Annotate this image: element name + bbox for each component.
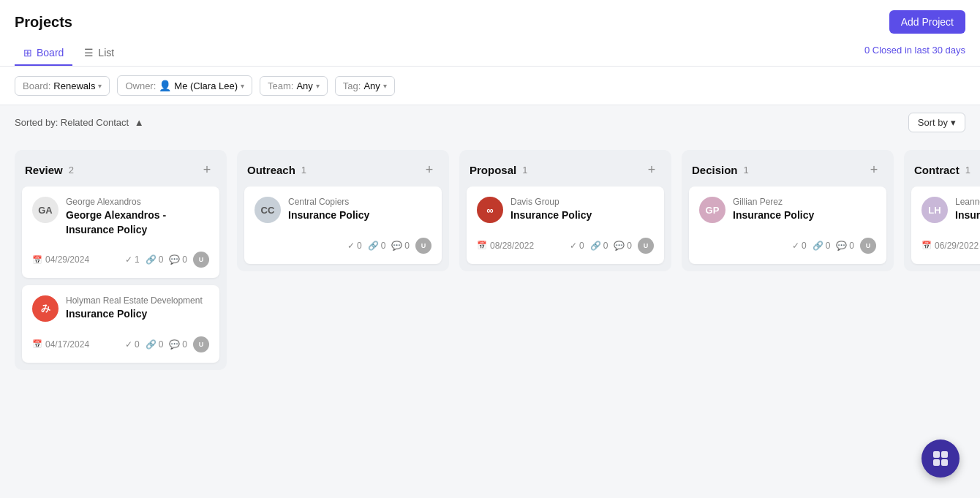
links-stat: 🔗0 [590, 241, 608, 251]
column-decision: Decision 1 + GP Gillian Perez Insurance … [682, 150, 894, 271]
check-icon: ✓ [125, 339, 132, 350]
column-review: Review 2 + GA George Alexandros George A… [15, 150, 227, 370]
column-title: Decision [692, 164, 738, 176]
card-card2[interactable]: み Holyman Real Estate Development Insura… [22, 285, 219, 363]
board-icon: ⊞ [23, 47, 32, 59]
card-card5[interactable]: GP Gillian Perez Insurance Policy ✓0 🔗0 [689, 186, 886, 264]
check-icon: ✓ [570, 241, 577, 251]
comment-icon: 💬 [614, 241, 625, 251]
card-avatar: GA [32, 197, 59, 223]
list-icon: ☰ [84, 47, 94, 59]
card-company: Gillian Perez [733, 197, 876, 207]
card-stats: ✓0 🔗0 💬0 U [347, 238, 431, 254]
card-company: Davis Group [510, 197, 654, 207]
card-date: 📅06/29/2022 [921, 241, 979, 251]
sort-row: Sorted by: Related Contact ▲ Sort by ▾ [0, 105, 980, 140]
chevron-down-icon: ▾ [316, 82, 320, 90]
comment-icon: 💬 [391, 241, 402, 251]
column-proposal: Proposal 1 + ∞ Davis Group Insurance Pol… [459, 150, 671, 271]
tab-list[interactable]: ☰ List [75, 41, 123, 66]
card-avatar: ∞ [477, 197, 503, 223]
tasks-stat: ✓0 [570, 241, 584, 251]
column-contract: Contract 1 + LH Leanne Har... Insurance.… [904, 150, 980, 271]
filter-board[interactable]: Board: Renewals ▾ [15, 76, 110, 96]
comments-stat: 💬0 [614, 241, 632, 251]
chevron-down-icon: ▾ [241, 82, 244, 90]
card-title: Insurance... [955, 208, 980, 223]
card-avatar: GP [699, 197, 725, 223]
card-title: George Alexandros - Insurance Policy [66, 208, 209, 237]
column-count: 1 [301, 165, 306, 176]
tasks-stat: ✓0 [792, 241, 807, 251]
card-avatar: み [32, 295, 59, 322]
card-date: 📅08/28/2022 [477, 241, 534, 251]
chevron-down-icon: ▾ [383, 82, 387, 90]
owner-avatar-icon: 👤 [159, 80, 171, 91]
tab-board[interactable]: ⊞ Board [15, 41, 72, 66]
check-icon: ✓ [347, 241, 355, 251]
filter-owner[interactable]: Owner: 👤 Me (Clara Lee) ▾ [117, 75, 252, 96]
calendar-icon: 📅 [32, 255, 42, 265]
links-stat: 🔗0 [146, 254, 164, 265]
card-avatar: LH [921, 197, 948, 223]
board-container: Review 2 + GA George Alexandros George A… [0, 140, 980, 380]
column-add-button[interactable]: + [197, 160, 216, 179]
card-card6[interactable]: LH Leanne Har... Insurance... 📅06/29/202… [911, 186, 980, 264]
comments-stat: 💬0 [391, 241, 410, 251]
link-icon: 🔗 [590, 241, 601, 251]
add-project-button[interactable]: Add Project [889, 10, 965, 34]
comments-stat: 💬0 [169, 254, 187, 265]
filter-tag[interactable]: Tag: Any ▾ [335, 76, 395, 96]
link-icon: 🔗 [368, 241, 379, 251]
tasks-stat: ✓0 [347, 241, 362, 251]
column-count: 1 [744, 165, 749, 176]
card-title: Insurance Policy [288, 208, 431, 223]
calendar-icon: 📅 [32, 339, 42, 349]
page-title: Projects [15, 14, 72, 31]
comment-icon: 💬 [169, 339, 180, 350]
card-company: Leanne Har... [955, 197, 980, 207]
sort-button[interactable]: Sort by ▾ [908, 113, 965, 132]
column-title: Review [25, 164, 63, 176]
filter-bar: Board: Renewals ▾ Owner: 👤 Me (Clara Lee… [0, 67, 980, 105]
column-add-button[interactable]: + [864, 160, 883, 179]
card-meta: George Alexandros George Alexandros - In… [66, 197, 209, 244]
card-card3[interactable]: CC Central Copiers Insurance Policy ✓0 🔗… [244, 186, 442, 264]
assignee-avatar: U [860, 238, 876, 254]
comments-stat: 💬0 [169, 339, 187, 350]
card-date: 📅04/29/2024 [32, 254, 89, 265]
card-meta: Gillian Perez Insurance Policy [733, 197, 876, 230]
tasks-stat: ✓0 [125, 339, 140, 350]
column-count: 1 [965, 165, 970, 176]
column-count: 2 [69, 165, 74, 176]
card-card4[interactable]: ∞ Davis Group Insurance Policy 📅08/28/20… [467, 186, 664, 264]
sort-direction-icon: ▲ [135, 117, 144, 128]
comments-stat: 💬0 [836, 241, 854, 251]
column-title: Outreach [247, 164, 295, 176]
check-icon: ✓ [792, 241, 799, 251]
column-title-area: Decision 1 [692, 164, 749, 176]
column-title: Proposal [470, 164, 516, 176]
card-title: Insurance Policy [733, 208, 876, 223]
card-company: George Alexandros [66, 197, 209, 207]
closed-link[interactable]: 0 Closed in last 30 days [864, 45, 965, 63]
link-icon: 🔗 [813, 241, 823, 251]
links-stat: 🔗0 [813, 241, 831, 251]
card-title: Insurance Policy [510, 208, 654, 223]
card-avatar: CC [255, 197, 281, 223]
assignee-avatar: U [193, 252, 209, 268]
filter-team[interactable]: Team: Any ▾ [260, 76, 328, 96]
card-meta: Davis Group Insurance Policy [510, 197, 654, 230]
link-icon: 🔗 [146, 254, 157, 265]
links-stat: 🔗0 [368, 241, 386, 251]
column-add-button[interactable]: + [642, 160, 661, 179]
card-meta: Holyman Real Estate Development Insuranc… [66, 295, 209, 329]
card-stats: ✓0 🔗0 💬0 U [125, 336, 209, 352]
links-stat: 🔗0 [146, 339, 164, 350]
column-add-button[interactable]: + [420, 160, 439, 179]
calendar-icon: 📅 [921, 241, 932, 250]
card-card1[interactable]: GA George Alexandros George Alexandros -… [22, 186, 219, 278]
chevron-down-icon: ▾ [951, 117, 956, 128]
link-icon: 🔗 [146, 339, 157, 350]
check-icon: ✓ [125, 254, 132, 265]
